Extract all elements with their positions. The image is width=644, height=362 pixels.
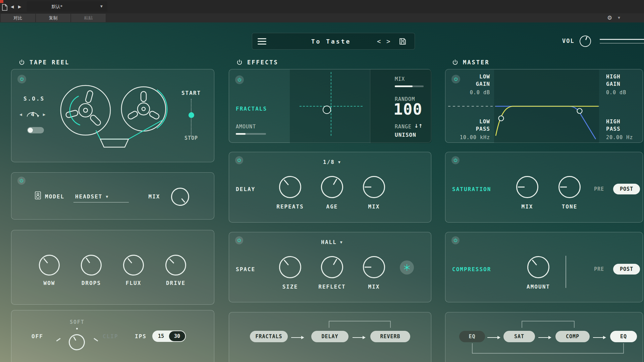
model-dropdown[interactable]: HEADSET ▼ <box>75 193 129 200</box>
freeze-button[interactable] <box>400 260 414 275</box>
ips-option-15[interactable]: 15 <box>152 330 170 342</box>
sos-loop-graphic: 4 <box>23 107 42 121</box>
range-label[interactable]: RANGE <box>395 124 412 130</box>
gear-icon[interactable]: ⚙ <box>607 14 612 21</box>
ips-option-30[interactable]: 30 <box>169 331 185 341</box>
drops-knob[interactable] <box>77 251 106 280</box>
flux-knob[interactable] <box>119 250 148 280</box>
ips-toggle[interactable]: 15 30 <box>152 330 186 342</box>
volume-slider-track[interactable] <box>600 39 644 40</box>
tape-model-power-button[interactable] <box>17 177 25 185</box>
saturation-mix-label: MIX <box>504 203 551 210</box>
random-value[interactable]: 100 <box>393 102 422 117</box>
high-gain-value[interactable]: 0.0 dB <box>606 89 626 96</box>
fractals-mix-slider[interactable] <box>395 85 424 87</box>
eq-curve-display[interactable] <box>445 69 643 143</box>
caret-down-icon: ▼ <box>100 5 103 8</box>
delay-mix-knob[interactable] <box>363 176 385 198</box>
routing-pill-eq-post[interactable]: EQ <box>610 331 637 342</box>
soft-label: SOFT <box>60 319 94 325</box>
high-gain-label-1: HIGH <box>606 73 621 80</box>
sos-stepper[interactable]: ◀ 4 ▶ <box>19 107 52 122</box>
preset-next-icon[interactable]: > <box>386 38 390 45</box>
delay-repeats-knob[interactable] <box>275 172 306 203</box>
xy-crosshair-v <box>331 72 331 136</box>
host-settings-caret-icon[interactable]: ▼ <box>618 16 620 19</box>
space-power-button[interactable] <box>235 236 243 244</box>
off-label: OFF <box>32 333 43 340</box>
drive-knob[interactable] <box>161 250 191 280</box>
vol-knob[interactable] <box>578 34 593 49</box>
routing-pill-delay[interactable]: DELAY <box>311 331 348 342</box>
master-section-title: MASTER <box>463 59 489 66</box>
unison-label[interactable]: UNISON <box>395 132 416 138</box>
sos-decrement-icon[interactable]: ◀ <box>19 113 22 116</box>
space-mix-knob[interactable] <box>363 256 385 278</box>
flow-arrow-icon <box>538 335 552 339</box>
prev-preset-button[interactable]: ◀ <box>11 4 14 9</box>
compressor-pre-button[interactable]: PRE <box>594 266 604 272</box>
saturation-post-button[interactable]: POST <box>613 184 640 194</box>
compare-button[interactable]: 对比 <box>1 14 35 22</box>
delay-sync-dropdown[interactable]: 1/8 ▼ <box>314 159 351 165</box>
save-preset-icon[interactable] <box>398 37 407 47</box>
sos-toggle[interactable] <box>27 127 44 133</box>
saturation-name: SATURATION <box>452 186 491 192</box>
fractals-mix-label: MIX <box>395 76 405 82</box>
tape-model-panel: MODEL HEADSET ▼ MIX <box>11 172 214 220</box>
fractals-power-button[interactable] <box>235 75 244 84</box>
soft-clip-knob[interactable] <box>66 331 88 353</box>
model-mix-knob[interactable] <box>167 184 193 209</box>
routing-pill-eq-pre[interactable]: EQ <box>459 331 485 342</box>
low-gain-value[interactable]: 0.0 dB <box>455 89 490 96</box>
fractals-panel: FRACTALS AMOUNT MIX RANDOM 100 RANGE ↓↑ … <box>229 69 431 143</box>
volume-slider-track2[interactable] <box>600 43 644 44</box>
space-mix-label: MIX <box>351 284 397 290</box>
saturation-mix-knob[interactable] <box>516 176 538 198</box>
saturation-pre-button[interactable]: PRE <box>594 186 604 192</box>
fractals-amount-slider[interactable] <box>236 133 266 135</box>
effects-power-icon[interactable] <box>236 59 243 66</box>
effects-routing-panel: FRACTALS DELAY REVERB <box>229 312 431 362</box>
saturation-tone-label: TONE <box>546 203 593 210</box>
routing-pill-fractals[interactable]: FRACTALS <box>250 331 288 342</box>
copy-button[interactable]: 复制 <box>36 14 70 22</box>
paste-button[interactable]: 粘贴 <box>71 14 106 22</box>
space-reflect-knob[interactable] <box>317 252 347 282</box>
sos-toggle-knob[interactable] <box>28 128 33 133</box>
fractals-name: FRACTALS <box>236 106 267 112</box>
space-type-dropdown[interactable]: HALL ▼ <box>314 239 351 245</box>
saturation-power-button[interactable] <box>451 156 460 164</box>
compressor-power-button[interactable] <box>451 236 460 244</box>
saturation-tone-knob[interactable] <box>558 176 581 198</box>
menu-icon[interactable] <box>258 38 266 46</box>
routing-pill-sat[interactable]: SAT <box>503 331 535 342</box>
sos-increment-icon[interactable]: ▶ <box>43 113 46 116</box>
document-icon[interactable] <box>2 4 7 12</box>
transport-slider-handle[interactable] <box>189 112 194 118</box>
high-pass-value[interactable]: 20.00 Hz <box>606 134 633 140</box>
xy-handle[interactable] <box>323 106 331 114</box>
range-arrows-icon[interactable]: ↓↑ <box>414 123 423 129</box>
tape-power-icon[interactable] <box>18 59 25 66</box>
host-preset-dropdown[interactable]: 默认* ▼ <box>27 1 107 12</box>
host-toolbar: ◀ ▶ 默认* ▼ 对比 复制 粘贴 ⚙ ▼ <box>0 0 644 22</box>
wow-knob[interactable] <box>35 250 64 280</box>
compressor-amount-label: AMOUNT <box>515 284 562 290</box>
routing-pill-reverb[interactable]: REVERB <box>370 331 410 342</box>
compressor-amount-knob[interactable] <box>523 252 554 283</box>
compressor-post-button[interactable]: POST <box>613 264 640 275</box>
next-preset-button[interactable]: ▶ <box>18 4 21 9</box>
preset-prev-icon[interactable]: < <box>377 38 381 45</box>
delay-power-button[interactable] <box>235 156 243 164</box>
master-power-icon[interactable] <box>452 59 459 66</box>
low-pass-value[interactable]: 10.00 kHz <box>455 134 490 140</box>
delay-panel: 1/8 ▼ DELAY REPEATS AGE MIX <box>229 152 431 223</box>
delay-age-knob[interactable] <box>317 172 347 202</box>
routing-pill-comp[interactable]: COMP <box>555 331 590 342</box>
eq-highpass-handle <box>577 109 582 114</box>
preset-name[interactable]: To Taste <box>282 33 380 50</box>
delay-mix-label: MIX <box>351 203 397 210</box>
flow-arrow-icon <box>353 335 366 339</box>
space-size-knob[interactable] <box>275 252 306 283</box>
